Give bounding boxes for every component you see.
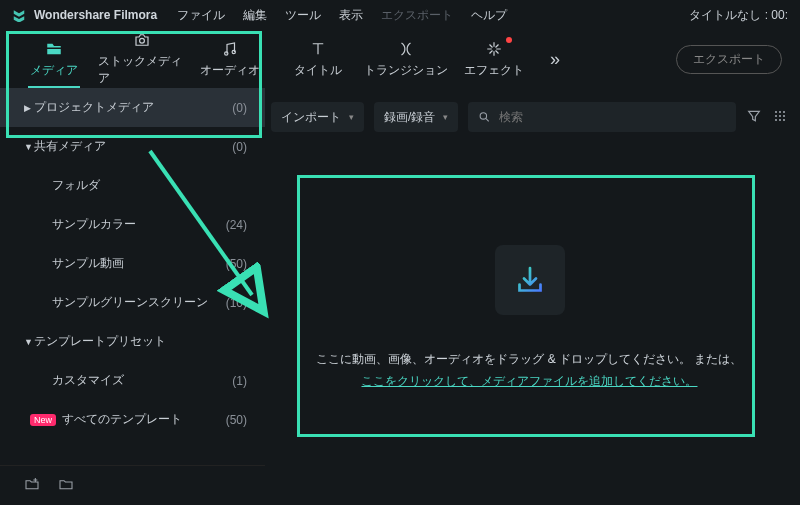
- menu-edit[interactable]: 編集: [243, 7, 267, 24]
- collapse-icon: ▼: [24, 142, 34, 152]
- content-controls: インポート ▾ 録画/録音 ▾: [271, 100, 788, 134]
- sidebar-item-count: (50): [226, 257, 247, 271]
- chevron-down-icon: ▾: [349, 112, 354, 122]
- sidebar-item-count: (0): [232, 101, 247, 115]
- sidebar-item-sample-green[interactable]: サンプルグリーンスクリーン (10): [0, 283, 265, 322]
- dropzone-link[interactable]: ここをクリックして、メディアファイルを追加してください。: [361, 374, 697, 388]
- sidebar-item-count: (10): [226, 296, 247, 310]
- svg-point-4: [775, 110, 777, 112]
- camera-icon: [133, 31, 151, 49]
- text-icon: [309, 40, 327, 58]
- svg-point-1: [225, 51, 228, 54]
- svg-point-8: [779, 114, 781, 116]
- sidebar-item-template-preset[interactable]: ▼ テンプレートプリセット: [0, 322, 265, 361]
- search-box[interactable]: [468, 102, 736, 132]
- svg-point-10: [775, 118, 777, 120]
- open-folder-button[interactable]: [58, 476, 74, 496]
- sidebar-item-shared-media[interactable]: ▼ 共有メディア (0): [0, 127, 265, 166]
- import-label: インポート: [281, 109, 341, 126]
- svg-point-3: [480, 113, 486, 119]
- download-box: [495, 245, 565, 315]
- sidebar-item-sample-color[interactable]: サンプルカラー (24): [0, 205, 265, 244]
- tab-media[interactable]: メディア: [10, 31, 98, 87]
- export-button[interactable]: エクスポート: [676, 45, 782, 74]
- grid-icon: [772, 108, 788, 124]
- sidebar-item-label: テンプレートプリセット: [34, 333, 247, 350]
- svg-point-12: [783, 118, 785, 120]
- tab-effect-label: エフェクト: [464, 62, 524, 79]
- menu-tool[interactable]: ツール: [285, 7, 321, 24]
- sidebar-item-count: (0): [232, 140, 247, 154]
- toolbar: メディア ストックメディア オーディオ タイトル トランジション エフェクト »…: [0, 30, 800, 88]
- tab-stock-media[interactable]: ストックメディア: [98, 31, 186, 87]
- tab-transition-label: トランジション: [364, 62, 448, 79]
- menu-export[interactable]: エクスポート: [381, 7, 453, 24]
- music-icon: [221, 40, 239, 58]
- sparkle-icon: [485, 40, 503, 58]
- search-icon: [478, 110, 491, 124]
- sidebar: ▶ プロジェクトメディア (0) ▼ 共有メディア (0) フォルダ サンプルカ…: [0, 88, 265, 505]
- record-label: 録画/録音: [384, 109, 435, 126]
- svg-point-9: [783, 114, 785, 116]
- sidebar-item-label: 共有メディア: [34, 138, 232, 155]
- sidebar-item-sample-video[interactable]: サンプル動画 (50): [0, 244, 265, 283]
- filter-button[interactable]: [746, 108, 762, 127]
- menu-file[interactable]: ファイル: [177, 7, 225, 24]
- dropzone-text: ここに動画、画像、オーディオをドラッグ & ドロップしてください。 または、 こ…: [316, 349, 742, 392]
- import-dropdown[interactable]: インポート ▾: [271, 102, 364, 132]
- download-icon: [512, 262, 548, 298]
- new-badge: New: [30, 414, 56, 426]
- svg-point-7: [775, 114, 777, 116]
- sidebar-item-count: (1): [232, 374, 247, 388]
- sidebar-item-count: (50): [226, 413, 247, 427]
- notification-dot-icon: [506, 37, 512, 43]
- content-panel: インポート ▾ 録画/録音 ▾: [265, 88, 800, 505]
- media-dropzone[interactable]: ここに動画、画像、オーディオをドラッグ & ドロップしてください。 または、 こ…: [271, 144, 788, 493]
- sidebar-item-count: (24): [226, 218, 247, 232]
- menu-help[interactable]: ヘルプ: [471, 7, 507, 24]
- transition-icon: [397, 40, 415, 58]
- tab-effect[interactable]: エフェクト: [450, 31, 538, 87]
- folder-icon: [45, 40, 63, 58]
- tab-title[interactable]: タイトル: [274, 31, 362, 87]
- sidebar-item-label: サンプルグリーンスクリーン: [52, 294, 226, 311]
- tab-stock-label: ストックメディア: [98, 53, 186, 87]
- app-name: Wondershare Filmora: [34, 8, 157, 22]
- folder-icon: [58, 476, 74, 492]
- svg-point-2: [232, 50, 235, 53]
- menu-view[interactable]: 表示: [339, 7, 363, 24]
- sidebar-item-label: すべてのテンプレート: [62, 411, 226, 428]
- chevron-down-icon: ▾: [443, 112, 448, 122]
- sidebar-item-customize[interactable]: カスタマイズ (1): [0, 361, 265, 400]
- sidebar-item-all-templates[interactable]: New すべてのテンプレート (50): [0, 400, 265, 439]
- tab-transition[interactable]: トランジション: [362, 31, 450, 87]
- svg-point-11: [779, 118, 781, 120]
- sidebar-item-label: サンプルカラー: [52, 216, 226, 233]
- sidebar-bottom-bar: [0, 465, 265, 505]
- tab-title-label: タイトル: [294, 62, 342, 79]
- main-menu: ファイル 編集 ツール 表示 エクスポート ヘルプ: [177, 7, 507, 24]
- sidebar-item-label: フォルダ: [52, 177, 247, 194]
- tab-media-label: メディア: [30, 62, 78, 79]
- new-folder-button[interactable]: [24, 476, 40, 496]
- app-logo-icon: [12, 8, 26, 22]
- collapse-icon: ▼: [24, 337, 34, 347]
- sidebar-item-label: カスタマイズ: [52, 372, 232, 389]
- project-title: タイトルなし : 00:: [689, 7, 788, 24]
- sidebar-item-label: サンプル動画: [52, 255, 226, 272]
- record-dropdown[interactable]: 録画/録音 ▾: [374, 102, 458, 132]
- more-tabs-button[interactable]: »: [550, 49, 560, 70]
- search-input[interactable]: [499, 110, 726, 124]
- folder-plus-icon: [24, 476, 40, 492]
- dropzone-line1: ここに動画、画像、オーディオをドラッグ & ドロップしてください。 または、: [316, 349, 742, 371]
- sidebar-item-folder[interactable]: フォルダ: [0, 166, 265, 205]
- grid-view-button[interactable]: [772, 108, 788, 127]
- svg-point-5: [779, 110, 781, 112]
- svg-point-6: [783, 110, 785, 112]
- svg-point-0: [140, 38, 145, 43]
- titlebar: Wondershare Filmora ファイル 編集 ツール 表示 エクスポー…: [0, 0, 800, 30]
- filter-icon: [746, 108, 762, 124]
- tab-audio[interactable]: オーディオ: [186, 31, 274, 87]
- sidebar-item-project-media[interactable]: ▶ プロジェクトメディア (0): [0, 88, 265, 127]
- tab-audio-label: オーディオ: [200, 62, 260, 79]
